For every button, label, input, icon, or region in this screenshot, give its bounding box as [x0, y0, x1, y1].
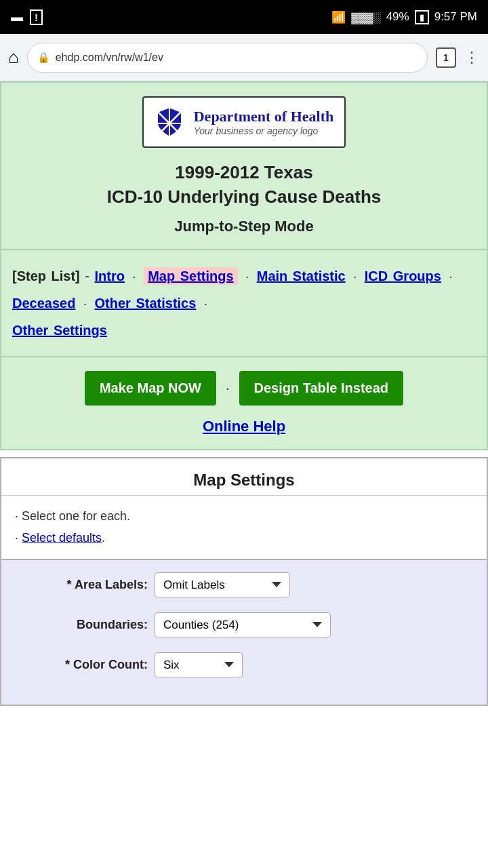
map-settings-body: · Select one for each. · Select defaults… [1, 496, 487, 559]
action-section: Make Map NOW · Design Table Instead Onli… [0, 357, 488, 450]
map-instruction-1: · Select one for each. [15, 505, 473, 527]
status-bar: ▬ ! 📶 ▓▓▓░ 49% ▮ 9:57 PM [0, 0, 488, 34]
color-count-label: * Color Count: [12, 658, 148, 672]
image-icon: ▬ [11, 10, 23, 24]
area-labels-label: * Area Labels: [12, 578, 148, 592]
map-settings-card: Map Settings · Select one for each. · Se… [0, 457, 488, 706]
color-count-select[interactable]: Six Five Four Three Two [155, 652, 243, 677]
boundaries-label: Boundaries: [12, 618, 148, 632]
alert-icon: ! [30, 9, 43, 25]
signal-icon: ▓▓▓░ [351, 12, 380, 23]
browser-bar: ⌂ 🔒 ehdp.com/vn/rw/w1/ev 1 ⋮ [0, 34, 488, 81]
status-left-icons: ▬ ! [11, 9, 43, 25]
wifi-icon: 📶 [331, 10, 346, 24]
area-labels-select[interactable]: Omit Labels Show Labels Show Some [155, 572, 290, 597]
step-link-intro[interactable]: Intro [95, 269, 125, 283]
online-help-link[interactable]: Online Help [203, 418, 285, 435]
lock-icon: 🔒 [37, 52, 50, 64]
step-link-map-settings[interactable]: Map Settings [144, 267, 237, 285]
online-help-row: Online Help [12, 418, 476, 435]
time: 9:57 PM [434, 10, 477, 24]
status-right-info: 📶 ▓▓▓░ 49% ▮ 9:57 PM [331, 10, 477, 24]
action-buttons-row: Make Map NOW · Design Table Instead [12, 371, 476, 406]
step-list-text: [Step List] - Intro · Map Settings · Mai… [12, 262, 476, 344]
form-area: * Area Labels: Omit Labels Show Labels S… [1, 559, 487, 705]
form-row-boundaries: Boundaries: Counties (254) State ZIP Cod… [12, 612, 476, 637]
logo-shield-icon [155, 104, 184, 140]
page-title: 1999-2012 TexasICD-10 Underlying Cause D… [12, 160, 476, 210]
logo-subtitle: Your business or agency logo [194, 125, 334, 136]
url-bar[interactable]: 🔒 ehdp.com/vn/rw/w1/ev [27, 43, 428, 73]
browser-menu-icon[interactable]: ⋮ [464, 49, 480, 66]
action-dot: · [226, 380, 230, 396]
step-link-main-statistic[interactable]: Main Statistic [257, 269, 346, 283]
step-section: [Step List] - Intro · Map Settings · Mai… [0, 250, 488, 357]
url-text: ehdp.com/vn/rw/w1/ev [56, 52, 163, 64]
step-link-other-statistics[interactable]: Other Statistics [95, 296, 197, 311]
page-mode: Jump-to-Step Mode [12, 218, 476, 235]
design-table-button[interactable]: Design Table Instead [239, 371, 404, 406]
top-section: Department of Health Your business or ag… [0, 81, 488, 250]
map-settings-header: Map Settings [1, 458, 487, 496]
step-link-other-settings[interactable]: Other Settings [12, 323, 107, 338]
step-link-deceased[interactable]: Deceased [12, 296, 75, 311]
map-settings-title: Map Settings [12, 471, 476, 490]
tab-count-badge[interactable]: 1 [436, 47, 456, 68]
make-map-button[interactable]: Make Map NOW [85, 371, 216, 406]
step-list-label: [Step List] [12, 269, 80, 283]
page-wrapper: Department of Health Your business or ag… [0, 81, 488, 706]
step-separator: - [85, 269, 94, 283]
battery-icon: ▮ [415, 10, 429, 24]
logo-text-block: Department of Health Your business or ag… [194, 108, 334, 136]
logo-box: Department of Health Your business or ag… [142, 96, 346, 148]
form-row-area-labels: * Area Labels: Omit Labels Show Labels S… [12, 572, 476, 597]
form-row-color-count: * Color Count: Six Five Four Three Two [12, 652, 476, 677]
map-instruction-2: · Select defaults. [15, 527, 473, 549]
boundaries-select[interactable]: Counties (254) State ZIP Codes [155, 612, 331, 637]
battery-percent: 49% [386, 10, 409, 24]
logo-title: Department of Health [194, 108, 334, 125]
home-icon[interactable]: ⌂ [8, 47, 19, 68]
select-defaults-link[interactable]: Select defaults [22, 531, 102, 545]
step-link-icd-groups[interactable]: ICD Groups [365, 269, 441, 283]
